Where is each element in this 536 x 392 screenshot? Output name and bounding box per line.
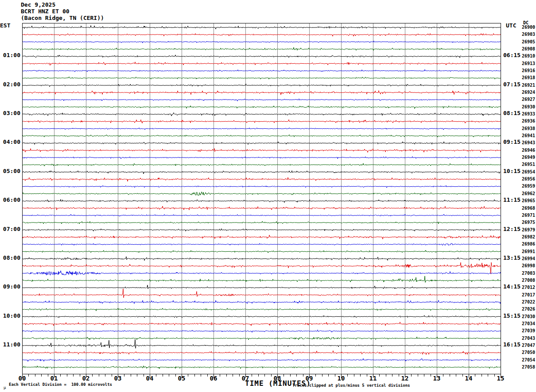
x-tick-label: 12 (398, 375, 412, 382)
seismogram-trace (22, 300, 501, 304)
dc-value-label: 27058 (522, 365, 535, 370)
utc-time-label: 14:15 (503, 284, 520, 290)
dc-value-label: 27043 (522, 336, 535, 341)
seismogram-trace (22, 91, 501, 95)
dc-value-label: 26998 (522, 264, 535, 269)
seismogram-trace (22, 99, 501, 101)
seismogram-trace (22, 221, 501, 224)
est-time-label: 08:00 (0, 255, 20, 261)
seismogram-trace (22, 192, 501, 196)
x-tick-label: 02 (79, 375, 93, 382)
dc-value-label: 26956 (522, 177, 535, 182)
seismogram-trace (22, 322, 501, 326)
utc-time-label: 16:15 (503, 342, 520, 348)
seismogram-trace (22, 271, 501, 275)
est-time-label: 05:00 (0, 168, 20, 174)
dc-value-label: 26918 (522, 76, 535, 81)
dc-value-label: 26924 (522, 90, 535, 95)
dc-value-label: 26927 (522, 97, 535, 102)
plot-frame (23, 23, 501, 374)
dc-value-label: 27022 (522, 300, 535, 305)
dc-value-label: 27026 (522, 307, 535, 312)
seismogram-trace (22, 366, 501, 369)
x-tick-label: 13 (430, 375, 443, 382)
seismogram-trace (22, 142, 501, 144)
dc-value-label: 27030 (522, 315, 535, 319)
seismogram-trace (22, 26, 501, 29)
title-date: Dec 9,2025 (21, 2, 55, 8)
dc-value-label: 26903 (522, 32, 535, 37)
seismogram-trace (22, 77, 501, 79)
dc-value-label: 26994 (522, 257, 535, 261)
dc-value-label: 27012 (522, 285, 535, 290)
dc-value-label: 27008 (522, 278, 535, 283)
utc-time-label: 06:15 (503, 52, 520, 58)
dc-value-label: 27039 (522, 329, 535, 334)
seismogram-trace (22, 285, 501, 289)
dc-value-label: 26916 (522, 69, 535, 73)
est-time-label: 07:00 (0, 226, 20, 232)
dc-value-label: 26936 (522, 119, 535, 124)
x-tick-label: 06 (207, 375, 220, 382)
seismogram-trace (22, 47, 501, 50)
x-tick-label: 03 (111, 375, 124, 382)
dc-value-label: 26954 (522, 170, 535, 175)
utc-time-label: 08:15 (503, 110, 520, 116)
dc-value-label: 26965 (522, 199, 535, 204)
seismogram-trace (22, 200, 501, 203)
est-time-label: 03:00 (0, 110, 20, 116)
dc-value-label: 26962 (522, 192, 535, 196)
dc-value-label: 26971 (522, 213, 535, 218)
seismogram-trace (22, 257, 501, 261)
seismogram-trace (22, 128, 501, 130)
clip-note: Traces clipped at plus/minus 5 vertical … (292, 384, 410, 388)
dc-value-label: 26943 (522, 141, 535, 146)
utc-time-label: 07:15 (503, 81, 520, 88)
dc-value-label: 26946 (522, 148, 535, 153)
dc-value-label: 26905 (522, 40, 535, 45)
dc-value-label: 26933 (522, 112, 535, 117)
seismogram-trace (22, 250, 501, 253)
left-axis-header: EST (0, 23, 10, 29)
dc-value-label: 26949 (522, 155, 535, 160)
dc-value-label: 26930 (522, 105, 535, 110)
dc-value-label: 26910 (522, 54, 535, 59)
x-tick-label: 01 (47, 375, 61, 382)
est-time-label: 09:00 (0, 284, 20, 290)
seismogram-trace (22, 106, 501, 109)
est-time-label: 02:00 (0, 81, 20, 88)
dc-value-label: 27054 (522, 358, 535, 363)
dc-value-label: 27050 (522, 350, 535, 355)
seismogram-trace (22, 351, 501, 355)
est-time-label: 01:00 (0, 52, 20, 58)
seismogram-trace (22, 34, 501, 36)
dc-value-label: 26908 (522, 47, 535, 52)
dc-value-label: 26975 (522, 220, 535, 225)
est-time-label: 10:00 (0, 313, 20, 319)
est-time-label: 04:00 (0, 139, 20, 145)
seismogram-trace (22, 113, 501, 116)
dc-value-label: 27034 (522, 322, 535, 327)
title-location: (Bacon Ridge, TN (CERI)) (21, 15, 104, 21)
dc-value-label: 26986 (522, 242, 535, 247)
est-time-label: 06:00 (0, 197, 20, 203)
seismogram-trace (22, 149, 501, 153)
x-tick-label: 15 (494, 375, 507, 382)
dc-value-label: 26938 (522, 127, 535, 131)
seismogram-trace (22, 339, 501, 348)
est-time-label: 11:00 (0, 342, 20, 348)
seismogram-trace (22, 171, 501, 174)
seismogram-plot (0, 0, 536, 392)
dc-value-label: 26951 (522, 162, 535, 167)
seismogram-trace (22, 229, 501, 231)
seismogram-trace (22, 337, 501, 340)
seismogram-trace (22, 55, 501, 58)
x-tick-label: 00 (16, 375, 29, 382)
utc-time-label: 12:15 (503, 226, 520, 232)
seismogram-trace (22, 206, 501, 210)
utc-time-label: 13:15 (503, 255, 520, 261)
helicorder-page: Dec 9,2025 BCRT HNZ ET 00 (Bacon Ridge, … (0, 0, 536, 392)
dc-value-label: 26941 (522, 134, 535, 138)
dc-value-label: 27003 (522, 271, 535, 276)
utc-time-label: 11:15 (503, 197, 520, 203)
